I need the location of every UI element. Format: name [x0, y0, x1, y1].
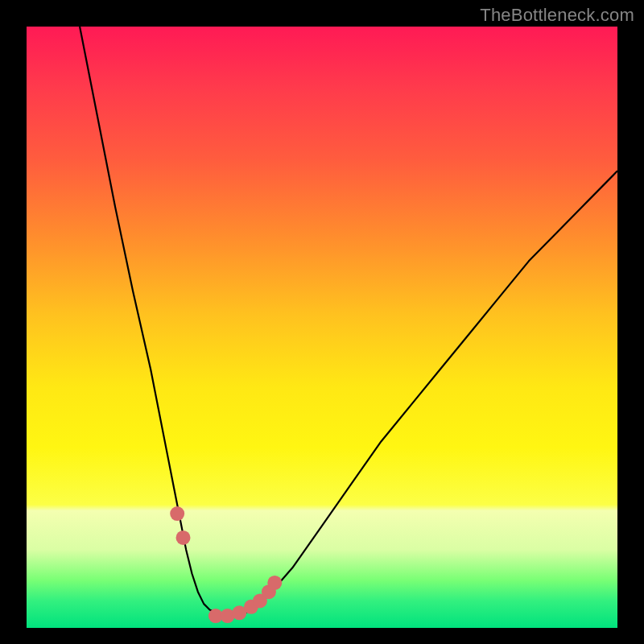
- chart-frame: TheBottleneck.com: [0, 0, 644, 644]
- curve-layer: [80, 27, 617, 616]
- marker-dot: [267, 576, 282, 590]
- bottleneck-curve: [80, 27, 617, 616]
- watermark-text: TheBottleneck.com: [480, 5, 634, 26]
- marker-dot: [170, 506, 184, 521]
- plot-area: [27, 27, 617, 628]
- chart-svg: [27, 27, 617, 628]
- marker-dot: [176, 530, 191, 545]
- marker-layer: [170, 506, 282, 623]
